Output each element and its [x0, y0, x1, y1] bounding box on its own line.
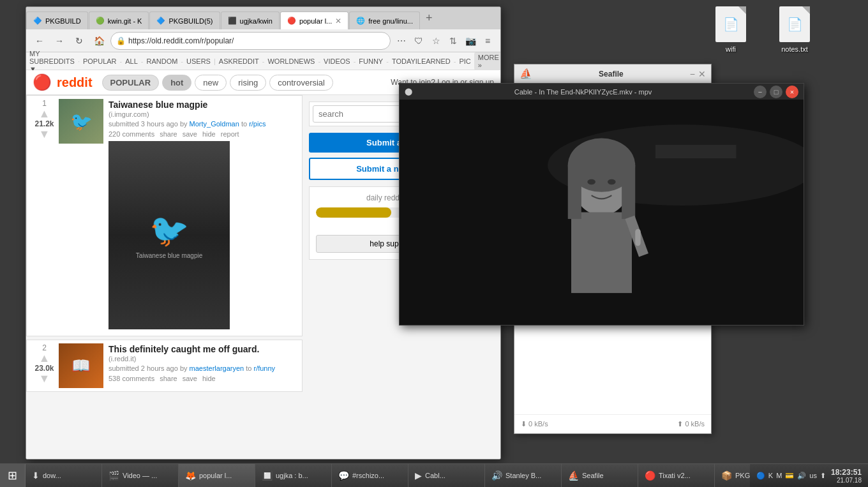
bluetooth-icon[interactable]: 🔵 — [756, 472, 765, 480]
seafile-app-icon: ⛵ — [568, 470, 579, 481]
back-button[interactable]: ← — [31, 33, 48, 49]
nav-askreddit[interactable]: ASKREDDIT — [219, 57, 259, 65]
tab-pkgbuild2[interactable]: 🔷 PKGBUILD(5) — [149, 11, 220, 29]
vote-column: 1 ▲ 21.2k ▼ — [30, 99, 59, 333]
taskbar: ⊞ ⬇ dow... 🎬 Video — ... 🦊 popular l... … — [0, 463, 868, 487]
home-button[interactable]: 🏠 — [91, 33, 107, 49]
refresh-button[interactable]: ↻ — [71, 33, 87, 49]
card-icon[interactable]: 💳 — [785, 472, 794, 480]
tab-close-icon[interactable]: ✕ — [335, 17, 341, 26]
post-author[interactable]: Morty_Goldman — [190, 120, 239, 128]
upvote-button[interactable]: ▲ — [39, 108, 50, 119]
kb-icon[interactable]: K — [768, 472, 773, 479]
share-button[interactable]: share — [160, 375, 177, 382]
shield-icon[interactable]: 🛡 — [411, 33, 426, 49]
new-tab-button[interactable]: + — [421, 11, 438, 25]
save-button[interactable]: save — [183, 130, 197, 138]
seafile-minimize-button[interactable]: − — [690, 69, 695, 79]
taskbar-app-pkgbuild[interactable]: 📦 PKGBUIL... — [715, 464, 750, 487]
volume-icon[interactable]: 🔊 — [797, 472, 806, 480]
nav-todayilearned[interactable]: TODAYILEARNED — [392, 57, 451, 65]
taskbar-app-rschizo[interactable]: 💬 #rschizo... — [332, 464, 408, 487]
mpv-titlebar: ⬤ Cable - In The End-NkPKlIYZycE.mkv - m… — [400, 84, 804, 100]
comments-link[interactable]: 220 comments — [108, 130, 154, 138]
taskbar-app-downloads[interactable]: ⬇ dow... — [26, 464, 102, 487]
taskbar-app-tixati[interactable]: 🔴 Tixati v2... — [638, 464, 715, 487]
app-label: dow... — [43, 472, 61, 479]
tab-ugjka[interactable]: ⬛ ugjka/kwin — [221, 11, 280, 29]
tab-freegnu[interactable]: 🌐 free gnu/linu... — [349, 11, 420, 29]
tab-pkgbuild1[interactable]: 🔷 PKGBUILD — [26, 11, 88, 29]
clock-time: 18:23:51 — [831, 468, 862, 477]
hide-button[interactable]: hide — [202, 375, 216, 382]
mpv-minimize-button[interactable]: − — [754, 86, 767, 98]
post-actions: 538 comments share save hide — [108, 375, 299, 382]
nav-worldnews[interactable]: WORLDNEWS — [267, 57, 315, 65]
post-subreddit[interactable]: r/pics — [249, 120, 266, 128]
network-icon: ⬆ — [820, 472, 826, 480]
hide-button[interactable]: hide — [202, 130, 216, 138]
upvote-button[interactable]: ▲ — [39, 352, 50, 364]
downvote-button[interactable]: ▼ — [39, 128, 50, 140]
notes-icon[interactable]: 📄 notes.txt — [772, 6, 817, 53]
screenshot-icon[interactable]: 📷 — [463, 33, 478, 49]
mpv-title: Cable - In The End-NkPKlIYZycE.mkv - mpv — [412, 88, 754, 96]
taskbar-app-stanley[interactable]: 🔊 Stanley B... — [485, 464, 562, 487]
nav-videos[interactable]: VIDEOS — [324, 57, 350, 65]
table-row: 1 ▲ 21.2k ▼ 🐦 Taiwanese blue magpie (i.i… — [26, 95, 303, 336]
filter-hot[interactable]: hot — [162, 75, 191, 91]
share-button[interactable]: share — [160, 130, 177, 138]
post-thumbnail: 📖 — [59, 343, 103, 388]
address-bar[interactable]: 🔒 https://old.reddit.com/r/popular/ — [110, 32, 391, 50]
lang-label: us — [809, 472, 817, 479]
mpv-video-area[interactable] — [400, 100, 804, 325]
nav-pic[interactable]: PIC — [459, 57, 470, 65]
post-title[interactable]: Taiwanese blue magpie — [108, 99, 299, 110]
app-label: popular l... — [199, 472, 232, 479]
downloads-icon: ⬇ — [32, 470, 40, 481]
nav-mysubreddits[interactable]: MY SUBREDDITS ▼ — [29, 50, 75, 73]
reddit-logo: 🔴 — [33, 73, 52, 91]
nav-all[interactable]: ALL — [125, 57, 138, 65]
wifi-icon[interactable]: 📄 wifi — [708, 6, 753, 53]
taskbar-app-cable[interactable]: ▶ Cabl... — [408, 464, 485, 487]
post-title[interactable]: This definitely caught me off guard. — [108, 343, 299, 355]
taskbar-app-video[interactable]: 🎬 Video — ... — [102, 464, 179, 487]
nav-more-button[interactable]: MORE » — [474, 52, 501, 70]
filter-controversial[interactable]: controversial — [269, 75, 333, 91]
filter-new[interactable]: new — [195, 75, 227, 91]
taskbar-app-popular[interactable]: 🦊 popular l... — [179, 464, 255, 487]
seafile-title: Seafile — [599, 70, 624, 79]
post-subreddit[interactable]: r/funny — [253, 364, 275, 372]
comments-link[interactable]: 538 comments — [108, 375, 154, 382]
monero-icon[interactable]: M — [776, 472, 782, 479]
nav-random[interactable]: RANDOM — [146, 57, 177, 65]
more-icon[interactable]: ≡ — [480, 33, 495, 49]
sync-icon[interactable]: ⇅ — [445, 33, 461, 49]
nav-funny[interactable]: FUNNY — [359, 57, 383, 65]
taskbar-app-ugjka[interactable]: 🔲 ugjka : b... — [255, 464, 332, 487]
tab-kwin[interactable]: 🟢 kwin.git - K — [89, 11, 149, 29]
start-button[interactable]: ⊞ — [0, 464, 26, 488]
taskbar-app-seafile[interactable]: ⛵ Seafile — [562, 464, 638, 487]
app-label: Stanley B... — [505, 472, 541, 479]
mpv-maximize-button[interactable]: □ — [770, 86, 782, 98]
mpv-close-button[interactable]: × — [786, 86, 798, 98]
terminal-icon: 🔲 — [262, 470, 273, 481]
post-author[interactable]: maesterlargaryen — [190, 364, 244, 372]
filter-rising[interactable]: rising — [230, 75, 266, 91]
save-button[interactable]: save — [183, 375, 197, 382]
forward-button[interactable]: → — [51, 33, 68, 49]
nav-users[interactable]: USERS — [186, 57, 211, 65]
downvote-button[interactable]: ▼ — [39, 373, 50, 384]
nav-popular[interactable]: POPULAR — [83, 57, 117, 65]
bookmarks-icon[interactable]: ⋯ — [394, 33, 409, 49]
seafile-icon: ⛵ — [520, 68, 532, 80]
report-button[interactable]: report — [221, 130, 239, 138]
tab-popular[interactable]: 🔴 popular l... ✕ — [280, 11, 348, 29]
seafile-close-button[interactable]: ✕ — [698, 69, 706, 79]
seafile-titlebar: ⛵ Seafile − ✕ — [514, 64, 711, 84]
star-icon[interactable]: ☆ — [428, 33, 444, 49]
filter-popular[interactable]: POPULAR — [102, 75, 160, 91]
tab-label: kwin.git - K — [108, 17, 142, 25]
